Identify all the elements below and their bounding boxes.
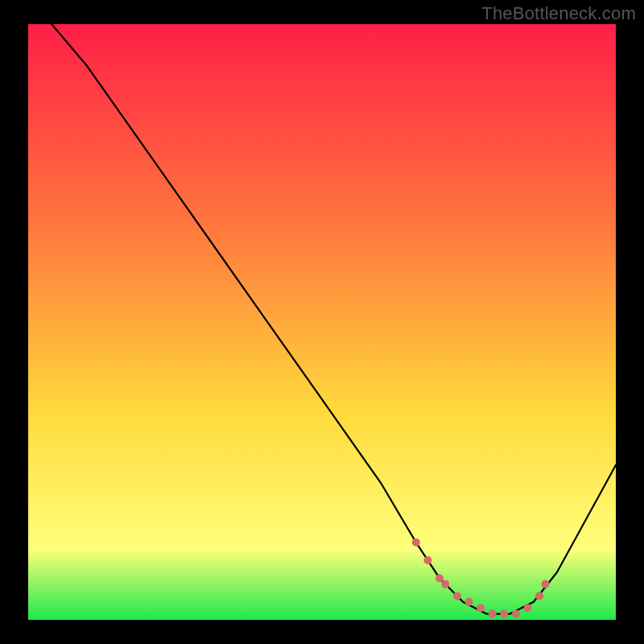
optimal-dot: [465, 598, 473, 606]
gradient-background: [28, 24, 616, 620]
optimal-dot: [436, 574, 444, 582]
optimal-dot: [500, 610, 508, 618]
optimal-dot: [512, 610, 520, 618]
optimal-dot: [477, 604, 485, 612]
chart-frame: TheBottleneck.com: [0, 0, 644, 644]
watermark-text: TheBottleneck.com: [481, 3, 636, 24]
optimal-dot: [524, 604, 532, 612]
optimal-dot: [489, 610, 497, 618]
optimal-dot: [453, 592, 461, 600]
optimal-dot: [541, 580, 549, 588]
bottleneck-chart: [28, 24, 616, 620]
optimal-dot: [412, 539, 420, 547]
optimal-dot: [535, 592, 543, 600]
optimal-dot: [441, 580, 449, 588]
optimal-dot: [423, 556, 431, 564]
